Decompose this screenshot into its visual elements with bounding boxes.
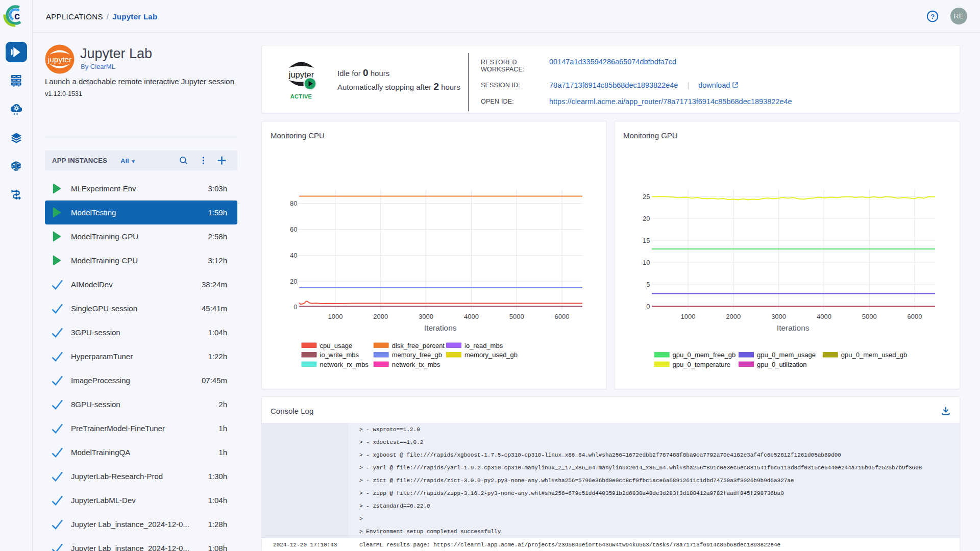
svg-text:gpu_0_mem_used_gb: gpu_0_mem_used_gb — [841, 351, 907, 359]
svg-text:20: 20 — [643, 215, 650, 222]
svg-text:1000: 1000 — [328, 313, 343, 320]
svg-text:3000: 3000 — [771, 313, 786, 320]
svg-text:?: ? — [930, 13, 935, 20]
svg-text:memory_used_gb: memory_used_gb — [464, 351, 518, 359]
svg-text:network_tx_mbs: network_tx_mbs — [392, 361, 440, 368]
svg-text:10: 10 — [643, 259, 650, 266]
svg-text:Iterations: Iterations — [424, 323, 457, 332]
svg-text:3000: 3000 — [419, 313, 433, 320]
svg-text:40: 40 — [290, 252, 297, 259]
svg-text:gpu_0_mem_free_gb: gpu_0_mem_free_gb — [673, 351, 736, 359]
svg-text:6000: 6000 — [555, 313, 570, 320]
svg-text:5: 5 — [646, 281, 650, 288]
svg-text:6000: 6000 — [908, 313, 922, 320]
svg-text:Iterations: Iterations — [777, 323, 810, 332]
svg-text:15: 15 — [643, 237, 650, 244]
svg-text:1000: 1000 — [681, 313, 696, 320]
svg-text:80: 80 — [290, 199, 297, 207]
svg-text:4000: 4000 — [817, 313, 831, 320]
svg-text:5000: 5000 — [862, 313, 877, 320]
svg-text:gpu_0_temperature: gpu_0_temperature — [673, 361, 730, 368]
svg-text:io_read_mbs: io_read_mbs — [464, 342, 503, 349]
svg-text:cpu_usage: cpu_usage — [320, 342, 353, 349]
svg-text:gpu_0_utilization: gpu_0_utilization — [757, 361, 807, 368]
svg-text:4000: 4000 — [464, 313, 479, 320]
svg-text:jupyter: jupyter — [47, 55, 72, 64]
svg-text:25: 25 — [643, 193, 650, 201]
svg-text:c: c — [14, 10, 20, 21]
svg-text:2000: 2000 — [726, 313, 741, 320]
svg-text:io_write_mbs: io_write_mbs — [320, 351, 359, 359]
svg-text:5000: 5000 — [509, 313, 524, 320]
svg-text:memory_free_gb: memory_free_gb — [392, 351, 442, 359]
svg-text:disk_free_percent: disk_free_percent — [392, 342, 445, 349]
svg-text:0: 0 — [293, 303, 297, 311]
svg-text:60: 60 — [290, 226, 297, 233]
svg-text:2000: 2000 — [373, 313, 388, 320]
svg-text:network_rx_mbs: network_rx_mbs — [320, 361, 369, 368]
svg-text:20: 20 — [290, 278, 297, 285]
svg-text:0: 0 — [646, 303, 650, 310]
svg-text:gpu_0_mem_usage: gpu_0_mem_usage — [757, 351, 816, 359]
